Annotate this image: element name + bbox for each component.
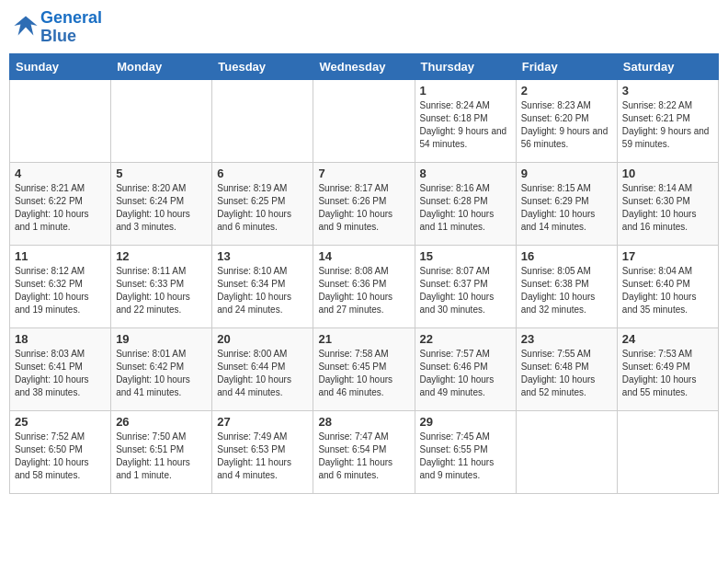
calendar-cell: 15Sunrise: 8:07 AM Sunset: 6:37 PM Dayli… (415, 245, 516, 327)
weekday-header-sunday: Sunday (10, 53, 111, 79)
calendar-cell: 19Sunrise: 8:01 AM Sunset: 6:42 PM Dayli… (111, 327, 212, 410)
logo: General Blue (13, 9, 102, 46)
week-row-5: 25Sunrise: 7:52 AM Sunset: 6:50 PM Dayli… (10, 410, 719, 493)
day-number: 28 (318, 415, 409, 429)
calendar-cell (617, 410, 718, 493)
day-number: 4 (15, 167, 106, 180)
day-number: 16 (521, 249, 612, 263)
day-info: Sunrise: 8:15 AM Sunset: 6:29 PM Dayligh… (521, 182, 612, 234)
week-row-3: 11Sunrise: 8:12 AM Sunset: 6:32 PM Dayli… (10, 245, 719, 327)
calendar-cell: 14Sunrise: 8:08 AM Sunset: 6:36 PM Dayli… (313, 245, 415, 327)
day-info: Sunrise: 8:10 AM Sunset: 6:34 PM Dayligh… (217, 265, 308, 316)
week-row-1: 1Sunrise: 8:24 AM Sunset: 6:18 PM Daylig… (10, 79, 719, 162)
day-number: 14 (318, 249, 409, 263)
day-number: 10 (622, 167, 713, 180)
day-number: 12 (116, 249, 207, 263)
logo-text-line1: General (40, 9, 102, 28)
day-number: 27 (217, 415, 308, 429)
day-info: Sunrise: 7:57 AM Sunset: 6:46 PM Dayligh… (420, 348, 511, 399)
day-info: Sunrise: 8:03 AM Sunset: 6:41 PM Dayligh… (15, 348, 106, 399)
week-row-4: 18Sunrise: 8:03 AM Sunset: 6:41 PM Dayli… (10, 327, 719, 410)
calendar-cell: 23Sunrise: 7:55 AM Sunset: 6:48 PM Dayli… (516, 327, 617, 410)
day-number: 9 (521, 167, 612, 180)
day-info: Sunrise: 7:45 AM Sunset: 6:55 PM Dayligh… (420, 431, 511, 482)
day-number: 5 (116, 167, 207, 180)
calendar-cell: 20Sunrise: 8:00 AM Sunset: 6:44 PM Dayli… (212, 327, 313, 410)
calendar-cell: 4Sunrise: 8:21 AM Sunset: 6:22 PM Daylig… (10, 162, 111, 245)
calendar-table: SundayMondayTuesdayWednesdayThursdayFrid… (9, 53, 719, 494)
day-info: Sunrise: 8:23 AM Sunset: 6:20 PM Dayligh… (521, 99, 612, 151)
calendar-cell: 11Sunrise: 8:12 AM Sunset: 6:32 PM Dayli… (10, 245, 111, 327)
day-info: Sunrise: 8:00 AM Sunset: 6:44 PM Dayligh… (217, 348, 308, 399)
day-number: 19 (116, 332, 207, 346)
day-info: Sunrise: 8:21 AM Sunset: 6:22 PM Dayligh… (15, 182, 106, 234)
calendar-cell: 21Sunrise: 7:58 AM Sunset: 6:45 PM Dayli… (313, 327, 415, 410)
day-info: Sunrise: 8:04 AM Sunset: 6:40 PM Dayligh… (622, 265, 713, 316)
calendar-cell: 26Sunrise: 7:50 AM Sunset: 6:51 PM Dayli… (111, 410, 212, 493)
weekday-header-friday: Friday (516, 53, 617, 79)
day-info: Sunrise: 8:20 AM Sunset: 6:24 PM Dayligh… (116, 182, 207, 234)
day-info: Sunrise: 8:11 AM Sunset: 6:33 PM Dayligh… (116, 265, 207, 316)
weekday-header-tuesday: Tuesday (212, 53, 313, 79)
page-header: General Blue (9, 9, 719, 46)
day-number: 29 (420, 415, 511, 429)
calendar-cell: 16Sunrise: 8:05 AM Sunset: 6:38 PM Dayli… (516, 245, 617, 327)
calendar-cell: 9Sunrise: 8:15 AM Sunset: 6:29 PM Daylig… (516, 162, 617, 245)
day-number: 26 (116, 415, 207, 429)
day-number: 24 (622, 332, 713, 346)
calendar-cell (10, 79, 111, 162)
weekday-header-wednesday: Wednesday (313, 53, 415, 79)
weekday-header-monday: Monday (111, 53, 212, 79)
calendar-cell: 6Sunrise: 8:19 AM Sunset: 6:25 PM Daylig… (212, 162, 313, 245)
day-info: Sunrise: 7:53 AM Sunset: 6:49 PM Dayligh… (622, 348, 713, 399)
day-info: Sunrise: 8:16 AM Sunset: 6:28 PM Dayligh… (420, 182, 511, 234)
day-info: Sunrise: 8:08 AM Sunset: 6:36 PM Dayligh… (318, 265, 409, 316)
day-info: Sunrise: 7:49 AM Sunset: 6:53 PM Dayligh… (217, 431, 308, 482)
logo-text-line2: Blue (40, 28, 102, 46)
calendar-cell (516, 410, 617, 493)
day-info: Sunrise: 8:07 AM Sunset: 6:37 PM Dayligh… (420, 265, 511, 316)
day-number: 20 (217, 332, 308, 346)
calendar-cell (313, 79, 415, 162)
day-info: Sunrise: 8:22 AM Sunset: 6:21 PM Dayligh… (622, 99, 713, 151)
day-number: 2 (521, 84, 612, 98)
calendar-cell: 25Sunrise: 7:52 AM Sunset: 6:50 PM Dayli… (10, 410, 111, 493)
calendar-cell: 2Sunrise: 8:23 AM Sunset: 6:20 PM Daylig… (516, 79, 617, 162)
day-info: Sunrise: 8:05 AM Sunset: 6:38 PM Dayligh… (521, 265, 612, 316)
calendar-cell: 7Sunrise: 8:17 AM Sunset: 6:26 PM Daylig… (313, 162, 415, 245)
calendar-cell: 22Sunrise: 7:57 AM Sunset: 6:46 PM Dayli… (415, 327, 516, 410)
day-number: 17 (622, 249, 713, 263)
day-number: 22 (420, 332, 511, 346)
calendar-cell (212, 79, 313, 162)
day-info: Sunrise: 7:50 AM Sunset: 6:51 PM Dayligh… (116, 431, 207, 482)
day-number: 21 (318, 332, 409, 346)
day-info: Sunrise: 8:12 AM Sunset: 6:32 PM Dayligh… (15, 265, 106, 316)
day-number: 8 (420, 167, 511, 180)
day-number: 3 (622, 84, 713, 98)
day-number: 18 (15, 332, 106, 346)
day-number: 25 (15, 415, 106, 429)
calendar-cell: 29Sunrise: 7:45 AM Sunset: 6:55 PM Dayli… (415, 410, 516, 493)
calendar-cell: 13Sunrise: 8:10 AM Sunset: 6:34 PM Dayli… (212, 245, 313, 327)
day-info: Sunrise: 8:19 AM Sunset: 6:25 PM Dayligh… (217, 182, 308, 234)
day-number: 23 (521, 332, 612, 346)
calendar-cell: 10Sunrise: 8:14 AM Sunset: 6:30 PM Dayli… (617, 162, 718, 245)
weekday-header-thursday: Thursday (415, 53, 516, 79)
day-number: 6 (217, 167, 308, 180)
weekday-header-saturday: Saturday (617, 53, 718, 79)
day-info: Sunrise: 8:24 AM Sunset: 6:18 PM Dayligh… (420, 99, 511, 151)
calendar-cell (111, 79, 212, 162)
calendar-cell: 28Sunrise: 7:47 AM Sunset: 6:54 PM Dayli… (313, 410, 415, 493)
calendar-cell: 17Sunrise: 8:04 AM Sunset: 6:40 PM Dayli… (617, 245, 718, 327)
day-number: 11 (15, 249, 106, 263)
day-info: Sunrise: 7:58 AM Sunset: 6:45 PM Dayligh… (318, 348, 409, 399)
day-number: 13 (217, 249, 308, 263)
day-info: Sunrise: 8:14 AM Sunset: 6:30 PM Dayligh… (622, 182, 713, 234)
day-info: Sunrise: 7:52 AM Sunset: 6:50 PM Dayligh… (15, 431, 106, 482)
calendar-cell: 12Sunrise: 8:11 AM Sunset: 6:33 PM Dayli… (111, 245, 212, 327)
calendar-cell: 3Sunrise: 8:22 AM Sunset: 6:21 PM Daylig… (617, 79, 718, 162)
calendar-cell: 5Sunrise: 8:20 AM Sunset: 6:24 PM Daylig… (111, 162, 212, 245)
day-info: Sunrise: 7:47 AM Sunset: 6:54 PM Dayligh… (318, 431, 409, 482)
calendar-cell: 27Sunrise: 7:49 AM Sunset: 6:53 PM Dayli… (212, 410, 313, 493)
day-number: 1 (420, 84, 511, 98)
